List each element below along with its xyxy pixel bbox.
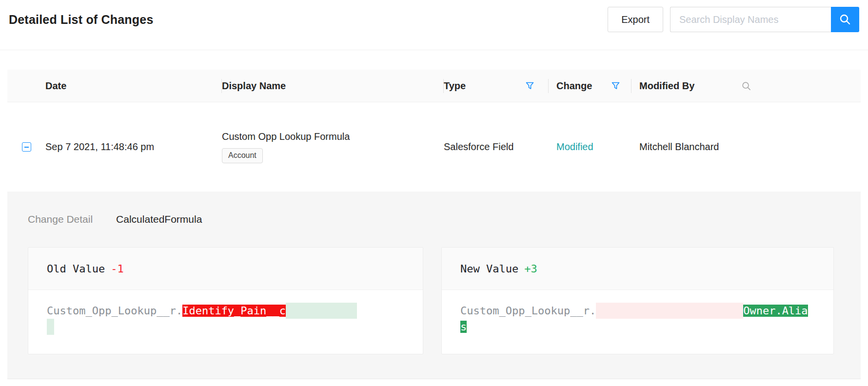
column-label-type: Type: [444, 80, 466, 92]
column-label-date: Date: [45, 80, 66, 92]
table-row: Sep 7 2021, 11:48:46 pm Custom Opp Looku…: [7, 102, 861, 192]
column-label-display-name: Display Name: [222, 80, 286, 92]
collapse-row-button[interactable]: [22, 142, 31, 152]
row-cell-display-name: Custom Opp Lookup Formula Account: [222, 131, 444, 163]
new-code-prefix: Custom_Opp_Lookup__r.: [460, 305, 596, 317]
removed-segment: Identify_Pain__c: [182, 305, 286, 317]
expanded-change-detail: Change Detail CalculatedFormula Old Valu…: [7, 192, 861, 379]
search-group: [670, 7, 859, 32]
header-cell-change: Change: [549, 70, 631, 102]
row-cell-type: Salesforce Field: [444, 141, 549, 153]
header-cell-search: [741, 70, 861, 102]
header-cell-type: Type: [444, 70, 549, 102]
row-cell-expand: [7, 142, 45, 152]
added-segment-line1: Owner.Alia: [743, 305, 808, 317]
new-value-delta: +3: [524, 263, 537, 275]
row-display-name: Custom Opp Lookup Formula: [222, 131, 444, 142]
object-tag: Account: [222, 148, 263, 163]
table-header-row: Date Display Name Type Change Modified B…: [7, 70, 861, 102]
row-change-status: Modified: [556, 141, 593, 153]
topbar-controls: Export: [608, 7, 859, 32]
row-type: Salesforce Field: [444, 141, 513, 153]
export-button[interactable]: Export: [608, 7, 663, 32]
old-value-delta: -1: [111, 263, 124, 275]
header-cell-display-name: Display Name: [222, 70, 444, 102]
header-cell-expand: [7, 70, 45, 102]
added-segment-line2: s: [460, 321, 467, 333]
changes-table: Date Display Name Type Change Modified B…: [7, 70, 861, 379]
new-value-code: Custom_Opp_Lookup__r.Owner.Alia s: [442, 290, 833, 335]
changed-field-name: CalculatedFormula: [116, 213, 202, 225]
column-search-icon[interactable]: [741, 81, 751, 91]
search-input[interactable]: [670, 7, 831, 32]
new-code-line-1: Custom_Opp_Lookup__r.Owner.Alia: [460, 303, 833, 319]
new-value-title: New Value: [460, 263, 518, 275]
row-cell-change: Modified: [549, 141, 631, 153]
old-value-title: Old Value: [47, 263, 105, 275]
header-cell-modified-by: Modified By: [631, 70, 741, 102]
added-whitespace-block-large: [286, 303, 357, 319]
row-cell-modified-by: Mitchell Blanchard: [631, 141, 741, 153]
old-value-code: Custom_Opp_Lookup__r.Identify_Pain__c: [28, 290, 423, 335]
old-value-panel: Old Value -1 Custom_Opp_Lookup__r.Identi…: [28, 247, 423, 354]
added-whitespace-block-small: [47, 319, 54, 335]
old-code-prefix: Custom_Opp_Lookup__r.: [47, 305, 182, 317]
old-code-line-2: [47, 319, 423, 335]
type-filter-icon[interactable]: [526, 82, 534, 90]
column-label-change: Change: [556, 80, 592, 92]
old-code-line-1: Custom_Opp_Lookup__r.Identify_Pain__c: [47, 303, 423, 319]
new-value-header: New Value +3: [442, 248, 833, 290]
old-value-header: Old Value -1: [28, 248, 423, 290]
detail-header: Change Detail CalculatedFormula: [28, 213, 840, 225]
row-cell-date: Sep 7 2021, 11:48:46 pm: [45, 141, 222, 153]
header-cell-date: Date: [45, 70, 222, 102]
search-button[interactable]: [831, 7, 859, 32]
topbar: Detailed List of Changes Export: [0, 0, 868, 50]
new-code-line-2: s: [460, 319, 833, 335]
change-detail-label: Change Detail: [28, 213, 93, 225]
new-value-panel: New Value +3 Custom_Opp_Lookup__r.Owner.…: [441, 247, 834, 354]
row-date: Sep 7 2021, 11:48:46 pm: [45, 141, 154, 152]
diff-panels: Old Value -1 Custom_Opp_Lookup__r.Identi…: [28, 247, 840, 354]
change-filter-icon[interactable]: [612, 82, 620, 90]
search-icon: [839, 13, 851, 26]
column-label-modified-by: Modified By: [639, 80, 694, 92]
row-modified-by: Mitchell Blanchard: [639, 141, 719, 152]
removed-whitespace-block: [596, 303, 743, 319]
page-title: Detailed List of Changes: [9, 7, 154, 32]
